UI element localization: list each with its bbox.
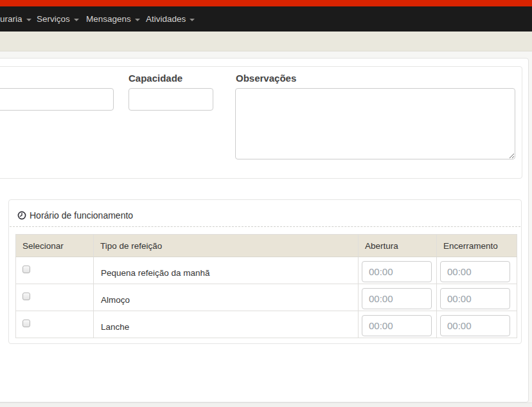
meal-name: Almoço xyxy=(94,284,359,311)
table-row: Almoço xyxy=(16,284,517,311)
meal-checkbox[interactable] xyxy=(22,293,30,300)
nav-item-atividades[interactable]: Atividades xyxy=(146,6,195,32)
chevron-down-icon xyxy=(135,19,140,21)
schedule-panel-header: Horário de funcionamento xyxy=(17,209,133,222)
schedule-panel: Horário de funcionamento Selecionar Tipo… xyxy=(8,199,522,344)
table-row: Pequena refeição da manhã xyxy=(16,257,517,284)
nav-item-label: Atividades xyxy=(146,14,186,24)
observations-label: Observações xyxy=(236,73,296,84)
table-row: Lanche xyxy=(16,311,517,338)
divider xyxy=(10,226,520,227)
observations-textarea[interactable] xyxy=(235,88,515,159)
nav-item-uraria[interactable]: uraria xyxy=(0,6,31,32)
nav-item-label: Mensagens xyxy=(86,14,131,24)
column-header-select: Selecionar xyxy=(16,235,94,257)
page-header-band xyxy=(0,32,532,51)
chevron-down-icon xyxy=(190,19,195,21)
meal-name: Pequena refeição da manhã xyxy=(94,257,359,284)
closing-time-input[interactable] xyxy=(440,261,510,282)
first-field-input[interactable] xyxy=(0,88,114,111)
clock-icon xyxy=(17,211,26,220)
closing-time-input[interactable] xyxy=(440,315,510,336)
meals-table: Selecionar Tipo de refeição Abertura Enc… xyxy=(15,234,517,338)
page: uraria Serviços Mensagens Atividades Cap… xyxy=(0,0,532,407)
closing-time-input[interactable] xyxy=(440,288,510,309)
top-accent-bar xyxy=(0,0,532,6)
chevron-down-icon xyxy=(26,19,31,21)
main-navbar: uraria Serviços Mensagens Atividades xyxy=(0,6,532,32)
nav-item-label: Serviços xyxy=(37,14,70,24)
opening-time-input[interactable] xyxy=(362,288,432,309)
capacity-input[interactable] xyxy=(129,88,213,111)
opening-time-input[interactable] xyxy=(362,315,432,336)
opening-time-input[interactable] xyxy=(362,261,432,282)
nav-item-mensagens[interactable]: Mensagens xyxy=(86,6,140,32)
chevron-down-icon xyxy=(74,19,79,21)
nav-item-label: uraria xyxy=(0,14,22,24)
capacity-label: Capacidade xyxy=(129,73,182,84)
meal-name: Lanche xyxy=(94,311,359,338)
schedule-panel-title: Horário de funcionamento xyxy=(30,210,133,221)
meal-checkbox[interactable] xyxy=(22,266,30,273)
footer-band xyxy=(0,402,532,407)
column-header-opening: Abertura xyxy=(359,235,437,257)
table-header-row: Selecionar Tipo de refeição Abertura Enc… xyxy=(16,235,517,257)
meal-checkbox[interactable] xyxy=(22,320,30,327)
column-header-meal-type: Tipo de refeição xyxy=(94,235,359,257)
column-header-closing: Encerramento xyxy=(437,235,517,257)
nav-item-servicos[interactable]: Serviços xyxy=(37,6,79,32)
